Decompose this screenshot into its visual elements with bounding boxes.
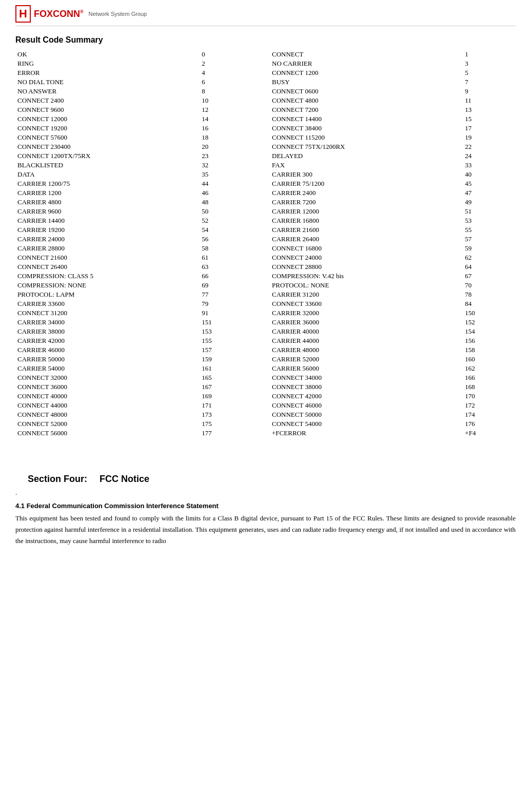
result-num-col1: 58 (200, 244, 270, 253)
result-num-col1: 52 (200, 216, 270, 225)
result-num-col1: 8 (200, 87, 270, 96)
result-name-col1: CONNECT 2400 (15, 96, 200, 105)
result-num-col1: 151 (200, 318, 270, 327)
result-name-col2: CARRIER 56000 (270, 364, 463, 373)
result-name-col2: CONNECT 28800 (270, 262, 463, 272)
result-num-col1: 48 (200, 198, 270, 207)
result-num-col1: 165 (200, 373, 270, 382)
result-num-col1: 2 (200, 59, 270, 68)
logo-reg: ® (80, 9, 84, 14)
result-num-col2: 51 (463, 207, 516, 216)
result-name-col2: CONNECT 115200 (270, 133, 463, 142)
result-name-col2: COMPRESSION: V.42 bis (270, 272, 463, 281)
result-name-col1: CARRIER 54000 (15, 364, 200, 373)
result-name-col1: CONNECT 1200TX/75RX (15, 151, 200, 161)
table-row: CARRIER 2400056CARRIER 2640057 (15, 235, 516, 244)
result-num-col1: 167 (200, 382, 270, 392)
result-num-col1: 171 (200, 401, 270, 410)
table-row: CONNECT 56000177+FCERROR+F4 (15, 429, 516, 438)
result-num-col2: 13 (463, 105, 516, 114)
result-name-col2: CONNECT 50000 (270, 410, 463, 419)
result-name-col2: CARRIER 36000 (270, 318, 463, 327)
result-name-col1: CONNECT 48000 (15, 410, 200, 419)
result-num-col1: 50 (200, 207, 270, 216)
result-num-col2: 152 (463, 318, 516, 327)
result-num-col2: 174 (463, 410, 516, 419)
result-num-col1: 66 (200, 272, 270, 281)
table-row: NO DIAL TONE6BUSY7 (15, 78, 516, 87)
result-name-col2: CONNECT 46000 (270, 401, 463, 410)
table-row: CARRIER 2880058CONNECT 1680059 (15, 244, 516, 253)
result-num-col1: 161 (200, 364, 270, 373)
result-num-col2: 154 (463, 327, 516, 336)
result-name-col2: CONNECT 24000 (270, 253, 463, 262)
table-row: CARRIER 480048CARRIER 720049 (15, 198, 516, 207)
result-name-col1: DATA (15, 170, 200, 179)
result-num-col1: 69 (200, 281, 270, 290)
result-num-col2: 22 (463, 142, 516, 151)
result-name-col1: COMPRESSION: CLASS 5 (15, 272, 200, 281)
result-name-col2: DELAYED (270, 151, 463, 161)
result-num-col1: 56 (200, 235, 270, 244)
result-num-col1: 173 (200, 410, 270, 419)
result-num-col2: 3 (463, 59, 516, 68)
result-num-col1: 32 (200, 161, 270, 170)
result-num-col2: 170 (463, 392, 516, 401)
result-name-col2: CARRIER 31200 (270, 290, 463, 299)
result-name-col2: CARRIER 12000 (270, 207, 463, 216)
result-num-col2: 160 (463, 355, 516, 364)
table-row: CONNECT 3120091CARRIER 32000150 (15, 308, 516, 318)
result-num-col1: 61 (200, 253, 270, 262)
result-num-col1: 20 (200, 142, 270, 151)
result-name-col1: CARRIER 1200 (15, 188, 200, 198)
result-name-col2: CARRIER 21600 (270, 225, 463, 235)
result-name-col2: CARRIER 32000 (270, 308, 463, 318)
result-name-col2: CONNECT 38400 (270, 124, 463, 133)
result-name-col2: CARRIER 300 (270, 170, 463, 179)
result-num-col2: 150 (463, 308, 516, 318)
result-num-col1: 16 (200, 124, 270, 133)
result-num-col1: 63 (200, 262, 270, 272)
table-row: CARRIER 3360079CONNECT 3360084 (15, 299, 516, 308)
result-name-col1: PROTOCOL: LAPM (15, 290, 200, 299)
table-row: CARRIER 54000161CARRIER 56000162 (15, 364, 516, 373)
result-num-col1: 46 (200, 188, 270, 198)
section-four: Section Four:FCC Notice . 4.1 Federal Co… (15, 474, 516, 547)
fcc-paragraph: This equipment has been tested and found… (15, 513, 516, 547)
result-name-col1: CONNECT 21600 (15, 253, 200, 262)
result-num-col2: 24 (463, 151, 516, 161)
result-num-col2: 70 (463, 281, 516, 290)
table-row: CARRIER 38000153CARRIER 40000154 (15, 327, 516, 336)
table-row: CARRIER 50000159CARRIER 52000160 (15, 355, 516, 364)
result-num-col2: 57 (463, 235, 516, 244)
table-row: CONNECT 1200014CONNECT 1440015 (15, 114, 516, 124)
result-num-col2: 55 (463, 225, 516, 235)
result-name-col1: CARRIER 28800 (15, 244, 200, 253)
result-name-col2: CONNECT (270, 50, 463, 59)
result-name-col1: CONNECT 19200 (15, 124, 200, 133)
result-num-col2: 166 (463, 373, 516, 382)
spacer (15, 443, 516, 474)
table-row: CARRIER 1920054CARRIER 2160055 (15, 225, 516, 235)
result-num-col2: 33 (463, 161, 516, 170)
result-num-col2: 47 (463, 188, 516, 198)
table-row: CONNECT 2160061CONNECT 2400062 (15, 253, 516, 262)
logo-foxconn-text: FOXCONN® (34, 9, 84, 20)
result-num-col1: 153 (200, 327, 270, 336)
result-num-col2: 168 (463, 382, 516, 392)
result-name-col1: CARRIER 33600 (15, 299, 200, 308)
result-name-col1: OK (15, 50, 200, 59)
result-name-col2: CONNECT 75TX/1200RX (270, 142, 463, 151)
result-name-col2: PROTOCOL: NONE (270, 281, 463, 290)
result-num-col1: 4 (200, 68, 270, 78)
result-name-col1: CONNECT 31200 (15, 308, 200, 318)
result-code-summary-section: Result Code Summary OK0CONNECT1RING2NO C… (15, 35, 516, 438)
result-name-col1: CARRIER 46000 (15, 345, 200, 355)
result-code-summary-title: Result Code Summary (15, 35, 516, 45)
result-name-col2: CONNECT 16800 (270, 244, 463, 253)
table-row: CONNECT 2640063CONNECT 2880064 (15, 262, 516, 272)
table-row: DATA35CARRIER 30040 (15, 170, 516, 179)
result-name-col2: CONNECT 54000 (270, 419, 463, 429)
result-num-col1: 0 (200, 50, 270, 59)
result-num-col2: 11 (463, 96, 516, 105)
